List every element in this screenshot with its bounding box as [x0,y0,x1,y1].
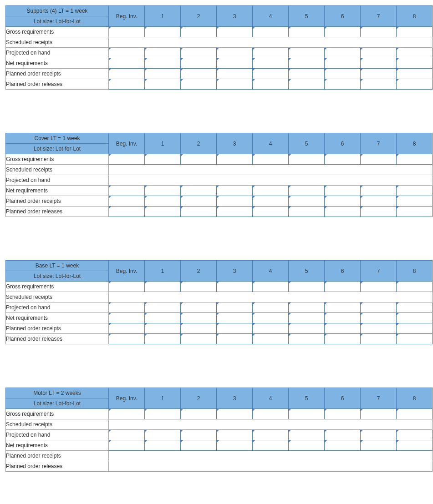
cell-net-2[interactable] [181,313,217,323]
cell-gross-4[interactable] [253,27,289,37]
cell-net-8[interactable] [397,186,433,196]
cell-prcpt-2[interactable] [181,196,217,207]
cell-net-8[interactable] [397,313,433,323]
cell-net-6[interactable] [325,186,361,196]
cell-gross-3[interactable] [217,409,253,419]
cell-proj-4[interactable] [253,302,289,313]
cell-gross-beg[interactable] [109,282,145,292]
cell-net-2[interactable] [181,440,217,451]
cell-prel-merged[interactable] [109,461,433,472]
cell-net-4[interactable] [253,186,289,196]
cell-proj-6[interactable] [325,302,361,313]
cell-gross-2[interactable] [181,282,217,292]
cell-prel-6[interactable] [325,207,361,217]
cell-net-4[interactable] [253,313,289,323]
cell-prcpt-8[interactable] [397,323,433,334]
cell-proj-8[interactable] [397,302,433,313]
cell-prcpt-4[interactable] [253,196,289,207]
cell-proj-7[interactable] [361,302,397,313]
cell-gross-6[interactable] [325,27,361,37]
cell-net-3[interactable] [217,58,253,69]
cell-net-6[interactable] [325,440,361,451]
cell-prcpt-4[interactable] [253,69,289,79]
cell-gross-4[interactable] [253,154,289,165]
cell-gross-7[interactable] [361,27,397,37]
cell-proj-4[interactable] [253,48,289,58]
cell-prcpt-2[interactable] [181,69,217,79]
cell-prel-2[interactable] [181,79,217,90]
cell-prcpt-2[interactable] [181,323,217,334]
cell-sched-merged[interactable] [109,37,433,48]
cell-proj-7[interactable] [361,430,397,440]
cell-sched-merged[interactable] [109,165,433,175]
cell-prcpt-1[interactable] [145,196,181,207]
cell-gross-3[interactable] [217,27,253,37]
cell-net-1[interactable] [145,440,181,451]
cell-gross-8[interactable] [397,282,433,292]
cell-proj-5[interactable] [289,430,325,440]
cell-gross-7[interactable] [361,282,397,292]
cell-net-1[interactable] [145,186,181,196]
cell-prel-5[interactable] [289,207,325,217]
cell-prel-6[interactable] [325,79,361,90]
cell-prcpt-8[interactable] [397,69,433,79]
cell-prcpt-3[interactable] [217,196,253,207]
cell-prcpt-3[interactable] [217,69,253,79]
cell-prcpt-5[interactable] [289,196,325,207]
cell-net-beg[interactable] [109,58,145,69]
cell-gross-beg[interactable] [109,27,145,37]
cell-prcpt-3[interactable] [217,323,253,334]
cell-prcpt-merged[interactable] [109,451,433,461]
cell-prel-beg[interactable] [109,334,145,344]
cell-net-beg[interactable] [109,186,145,196]
cell-prel-4[interactable] [253,207,289,217]
cell-gross-beg[interactable] [109,154,145,165]
cell-net-3[interactable] [217,440,253,451]
cell-net-8[interactable] [397,440,433,451]
cell-prel-beg[interactable] [109,207,145,217]
cell-net-6[interactable] [325,313,361,323]
cell-proj-4[interactable] [253,430,289,440]
cell-prel-3[interactable] [217,207,253,217]
cell-prel-8[interactable] [397,207,433,217]
cell-gross-5[interactable] [289,27,325,37]
cell-prcpt-beg[interactable] [109,69,145,79]
cell-prel-4[interactable] [253,79,289,90]
cell-prel-4[interactable] [253,334,289,344]
cell-prcpt-8[interactable] [397,196,433,207]
cell-net-4[interactable] [253,440,289,451]
cell-gross-1[interactable] [145,27,181,37]
cell-gross-3[interactable] [217,154,253,165]
cell-prel-5[interactable] [289,79,325,90]
cell-gross-2[interactable] [181,409,217,419]
cell-gross-6[interactable] [325,154,361,165]
cell-prel-2[interactable] [181,334,217,344]
cell-proj-2[interactable] [181,430,217,440]
cell-proj-1[interactable] [145,302,181,313]
cell-proj-6[interactable] [325,48,361,58]
cell-gross-1[interactable] [145,409,181,419]
cell-gross-7[interactable] [361,154,397,165]
cell-proj-7[interactable] [361,48,397,58]
cell-prcpt-6[interactable] [325,196,361,207]
cell-gross-5[interactable] [289,154,325,165]
cell-net-2[interactable] [181,186,217,196]
cell-proj-3[interactable] [217,302,253,313]
cell-prel-7[interactable] [361,79,397,90]
cell-gross-beg[interactable] [109,409,145,419]
cell-net-7[interactable] [361,313,397,323]
cell-gross-6[interactable] [325,282,361,292]
cell-proj-beg[interactable] [109,430,145,440]
cell-gross-1[interactable] [145,282,181,292]
cell-gross-8[interactable] [397,154,433,165]
cell-gross-7[interactable] [361,409,397,419]
cell-prcpt-7[interactable] [361,69,397,79]
cell-prcpt-4[interactable] [253,323,289,334]
cell-prel-2[interactable] [181,207,217,217]
cell-net-6[interactable] [325,58,361,69]
cell-prcpt-6[interactable] [325,69,361,79]
cell-prcpt-5[interactable] [289,323,325,334]
cell-prel-8[interactable] [397,79,433,90]
cell-proj-8[interactable] [397,430,433,440]
cell-proj-1[interactable] [145,48,181,58]
